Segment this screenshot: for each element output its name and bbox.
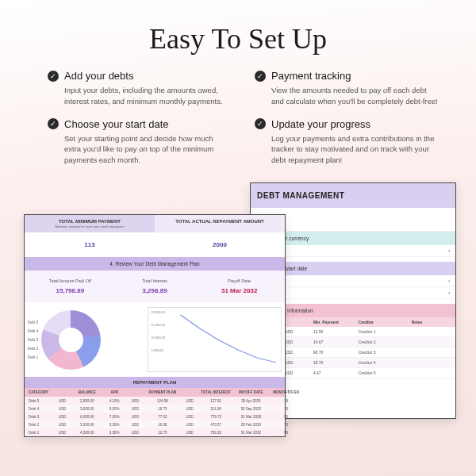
min-pay-sub: Minimum required to cover your credit re… xyxy=(28,224,152,228)
feature-title: Choose your start date xyxy=(64,118,169,130)
min-pay-value: 113 xyxy=(28,236,152,253)
metric-value: 3,298.89 xyxy=(113,283,198,294)
feature-title: Payment tracking xyxy=(271,70,351,82)
feature-payment-tracking: ✓ Payment tracking View the amounts need… xyxy=(255,70,438,107)
chevron-down-icon: ▾ xyxy=(448,290,451,295)
feature-title: Update your progress xyxy=(271,118,370,130)
tick: 10,000.00 xyxy=(151,336,165,340)
col: APR xyxy=(102,388,126,397)
feature-desc: Input your debts, including the amounts … xyxy=(48,82,231,107)
metrics-row: Total Amount Paid Off15,798.89 Total Int… xyxy=(25,271,285,302)
donut-label: Debt 3 xyxy=(28,338,38,342)
check-icon: ✓ xyxy=(48,118,59,129)
donut-label: Debt 4 xyxy=(28,329,38,333)
col-notes: Notes xyxy=(409,317,455,327)
feature-desc: Log your payments and extra contribution… xyxy=(255,130,438,166)
check-icon: ✓ xyxy=(255,71,266,82)
col-min: Min. Payment xyxy=(310,317,355,327)
col: MONTH-TO-GO xyxy=(269,388,303,397)
col-creditor: Creditor xyxy=(355,317,409,327)
feature-add-debts: ✓ Add your debts Input your debts, inclu… xyxy=(48,70,231,107)
feature-update-progress: ✓ Update your progress Log your payments… xyxy=(255,118,438,166)
col: TOTAL INTEREST xyxy=(199,388,233,397)
line-chart: 20,000.0015,000.0010,000.005,000.00- xyxy=(148,307,282,372)
line-ticks: 20,000.0015,000.0010,000.005,000.00- xyxy=(151,310,165,365)
col: PAYOFF DATE xyxy=(232,388,269,397)
col xyxy=(181,388,199,397)
feature-title: Add your debts xyxy=(64,70,133,82)
donut-chart: Debt 5Debt 4Debt 3Debt 2Debt 1 xyxy=(28,307,144,372)
donut-label: Debt 2 xyxy=(28,347,38,351)
donut-label: Debt 1 xyxy=(28,355,38,359)
repay-cols: CATEGORY BALANCE APR PAYMENT PLAN TOTAL … xyxy=(25,388,285,397)
table-row: Debt 2USD3,500.003.30%USD10.58USD470.572… xyxy=(25,420,285,428)
tick: - xyxy=(151,361,165,365)
chevron-down-icon: ▾ xyxy=(448,248,451,253)
check-icon: ✓ xyxy=(48,71,59,82)
features-grid: ✓ Add your debts Input your debts, inclu… xyxy=(0,70,476,166)
metric-value: 15,798.89 xyxy=(28,283,113,294)
col-cur xyxy=(282,317,310,327)
actual-sub xyxy=(158,224,282,225)
feature-desc: View the amounts needed to pay off each … xyxy=(255,82,438,107)
tick: 15,000.00 xyxy=(151,323,165,327)
chevron-down-icon: ▾ xyxy=(448,278,451,283)
repay-body: Debt 5USD2,850.004.10%USD124.08USD127.91… xyxy=(25,397,285,436)
donut-labels: Debt 5Debt 4Debt 3Debt 2Debt 1 xyxy=(28,321,38,359)
col xyxy=(126,388,144,397)
page-title: Easy To Set Up xyxy=(0,0,476,70)
sheet-title: DEBT MANAGEMENT xyxy=(251,183,455,208)
review-bar: 4. Review Your Debt Management Plan xyxy=(25,257,285,271)
donut-label: Debt 5 xyxy=(28,321,38,324)
table-row: Debt 5USD2,850.004.10%USD124.08USD127.91… xyxy=(25,397,285,405)
feature-desc: Set your starting point and decide how m… xyxy=(48,130,231,166)
line-graphic xyxy=(151,310,278,366)
col: BALANCE xyxy=(71,388,102,397)
sheet-overview: TOTAL MINIMUM PAYMENT Minimum required t… xyxy=(24,214,286,437)
actual-repay-box: TOTAL ACTUAL REPAYMENT AMOUNT xyxy=(155,215,285,232)
donut-graphic xyxy=(41,310,101,370)
actual-label: TOTAL ACTUAL REPAYMENT AMOUNT xyxy=(158,219,282,224)
col: PAYMENT PLAN xyxy=(144,388,181,397)
col xyxy=(53,388,71,397)
tick: 5,000.00 xyxy=(151,348,165,352)
metric-value: 31 Mar 2032 xyxy=(197,283,282,294)
repay-header: REPAYMENT PLAN xyxy=(25,377,285,388)
feature-start-date: ✓ Choose your start date Set your starti… xyxy=(48,118,231,166)
table-row: Debt 4USD3,000.009.00%USD18.75USD311.803… xyxy=(25,405,285,413)
table-row: Debt 3USD6,000.007.00%USD77.52USD779.733… xyxy=(25,413,285,420)
tick: 20,000.00 xyxy=(151,310,165,314)
min-payment-box: TOTAL MINIMUM PAYMENT Minimum required t… xyxy=(25,215,155,232)
col: CATEGORY xyxy=(25,388,53,397)
table-row: Debt 1USD4,500.003.30%USD12.75USD756.323… xyxy=(25,428,285,436)
check-icon: ✓ xyxy=(255,118,266,129)
actual-value: 2000 xyxy=(158,236,282,253)
